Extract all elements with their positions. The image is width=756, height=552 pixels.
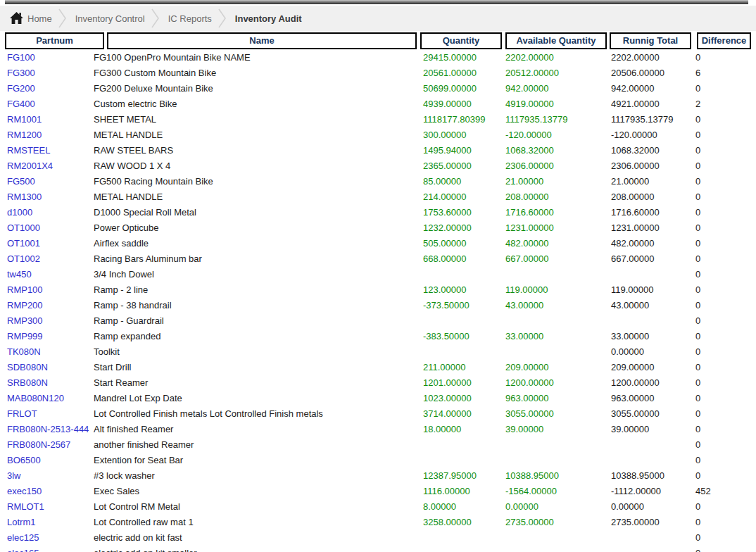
- chevron-separator-icon: [151, 8, 160, 29]
- table-row: elec165electric add on kit smaller0: [7, 546, 756, 552]
- name-cell: Ramp - 2 line: [94, 282, 423, 298]
- partnum-link[interactable]: RM1300: [7, 189, 94, 205]
- window-top-bar: [5, 0, 748, 4]
- partnum-link[interactable]: Lotrm1: [7, 515, 94, 530]
- partnum-link[interactable]: TK080N: [7, 344, 94, 360]
- table-row: Lotrm1Lot Controlled raw mat 13258.00000…: [7, 515, 756, 530]
- name-cell: Power Opticube: [94, 220, 423, 236]
- available-quantity-cell: 21.00000: [505, 174, 611, 189]
- difference-cell: 0: [695, 329, 749, 344]
- table-row: TK080NToolkit0.000000: [7, 344, 756, 360]
- difference-cell: 0: [695, 50, 749, 65]
- name-cell: SHEET METAL: [94, 112, 423, 127]
- quantity-cell: 50699.00000: [423, 81, 505, 96]
- name-cell: Ramp - 38 handrail: [94, 298, 423, 313]
- available-quantity-cell: 1716.60000: [505, 205, 611, 220]
- quantity-cell: 211.00000: [423, 360, 505, 375]
- partnum-link[interactable]: FRB080N-2567: [7, 437, 94, 453]
- partnum-link[interactable]: RMP100: [7, 282, 94, 298]
- running-total-cell: 0.00000: [611, 499, 695, 515]
- breadcrumb-item-ic-reports[interactable]: IC Reports: [168, 13, 212, 24]
- partnum-link[interactable]: FG500: [7, 174, 94, 189]
- table-row: OT1001Airflex saddle505.00000482.0000048…: [7, 236, 756, 251]
- partnum-link[interactable]: RM2001X4: [7, 158, 94, 174]
- partnum-link[interactable]: FRB080N-2513-444: [7, 422, 94, 437]
- available-quantity-cell: 2202.00000: [505, 50, 611, 65]
- quantity-cell: 300.00000: [423, 127, 505, 143]
- partnum-link[interactable]: FG100: [7, 50, 94, 65]
- difference-cell: 0: [695, 313, 749, 329]
- partnum-link[interactable]: exec150: [7, 484, 94, 499]
- partnum-link[interactable]: RMLOT1: [7, 499, 94, 515]
- name-cell: RAW STEEL BARS: [94, 143, 423, 158]
- partnum-link[interactable]: RM1001: [7, 112, 94, 127]
- name-cell: METAL HANDLE: [94, 127, 423, 143]
- column-header-quantity[interactable]: Quantity: [420, 32, 502, 49]
- table-header-row: Partnum Name Quantity Available Quantity…: [0, 32, 756, 49]
- available-quantity-cell: 33.00000: [505, 329, 611, 344]
- quantity-cell: 3714.00000: [423, 406, 505, 422]
- difference-cell: 0: [695, 422, 749, 437]
- partnum-link[interactable]: OT1000: [7, 220, 94, 236]
- quantity-cell: 4939.00000: [423, 96, 505, 112]
- table-row: 3lw#3 lock washer12387.9500010388.950001…: [7, 468, 756, 484]
- partnum-link[interactable]: FG300: [7, 65, 94, 81]
- name-cell: Ramp - Guardrail: [94, 313, 423, 329]
- column-header-name[interactable]: Name: [107, 32, 417, 49]
- partnum-link[interactable]: RM1200: [7, 127, 94, 143]
- difference-cell: 0: [695, 220, 749, 236]
- available-quantity-cell: 20512.00000: [505, 65, 611, 81]
- running-total-cell: 39.00000: [611, 422, 695, 437]
- table-row: elec125electric add on kit fast0: [7, 530, 756, 546]
- partnum-link[interactable]: OT1001: [7, 236, 94, 251]
- partnum-link[interactable]: MAB080N120: [7, 391, 94, 406]
- partnum-link[interactable]: FG200: [7, 81, 94, 96]
- table-row: d1000D1000 Special Roll Metal1753.600001…: [7, 205, 756, 220]
- partnum-link[interactable]: OT1002: [7, 251, 94, 267]
- difference-cell: 0: [695, 205, 749, 220]
- table-row: BO6500Extention for Seat Bar0: [7, 453, 756, 468]
- name-cell: FG100 OpenPro Mountain Bike NAME: [94, 50, 423, 65]
- partnum-link[interactable]: SRB080N: [7, 375, 94, 391]
- partnum-link[interactable]: d1000: [7, 205, 94, 220]
- table-row: FG500FG500 Racing Mountain Bike85.000002…: [7, 174, 756, 189]
- table-row: FG200FG200 Deluxe Mountain Bike50699.000…: [7, 81, 756, 96]
- breadcrumb-item-inventory-control[interactable]: Inventory Control: [75, 13, 145, 24]
- partnum-link[interactable]: RMP999: [7, 329, 94, 344]
- partnum-link[interactable]: tw450: [7, 267, 94, 282]
- running-total-cell: -120.00000: [611, 127, 695, 143]
- name-cell: FG500 Racing Mountain Bike: [94, 174, 423, 189]
- running-total-cell: 1117935.13779: [611, 112, 695, 127]
- partnum-link[interactable]: 3lw: [7, 468, 94, 484]
- home-icon[interactable]: [10, 12, 23, 25]
- partnum-link[interactable]: RMSTEEL: [7, 143, 94, 158]
- partnum-link[interactable]: FG400: [7, 96, 94, 112]
- available-quantity-cell: -1564.00000: [505, 484, 611, 499]
- difference-cell: 0: [695, 499, 749, 515]
- difference-cell: 0: [695, 112, 749, 127]
- available-quantity-cell: 1200.00000: [505, 375, 611, 391]
- column-header-difference[interactable]: Difference: [697, 32, 751, 49]
- column-header-partnum[interactable]: Partnum: [5, 32, 104, 49]
- partnum-link[interactable]: elec165: [7, 546, 94, 552]
- running-total-cell: 21.00000: [611, 174, 695, 189]
- partnum-link[interactable]: RMP300: [7, 313, 94, 329]
- difference-cell: 0: [695, 530, 749, 546]
- column-header-running-total[interactable]: Runnig Total: [610, 32, 691, 49]
- quantity-cell: 8.00000: [423, 499, 505, 515]
- difference-cell: 2: [695, 96, 749, 112]
- quantity-cell: -373.50000: [423, 298, 505, 313]
- quantity-cell: 1753.60000: [423, 205, 505, 220]
- name-cell: Lot Controlled Finish metals Lot Control…: [94, 406, 423, 422]
- partnum-link[interactable]: FRLOT: [7, 406, 94, 422]
- breadcrumb-item-home[interactable]: Home: [27, 13, 52, 24]
- partnum-link[interactable]: BO6500: [7, 453, 94, 468]
- partnum-link[interactable]: RMP200: [7, 298, 94, 313]
- available-quantity-cell: 208.00000: [505, 189, 611, 205]
- difference-cell: 0: [695, 360, 749, 375]
- column-header-available-quantity[interactable]: Available Quantity: [505, 32, 607, 49]
- table-row: OT1002Racing Bars Aluminum bar668.000006…: [7, 251, 756, 267]
- table-row: FG400Custom electric Bike4939.000004919.…: [7, 96, 756, 112]
- partnum-link[interactable]: elec125: [7, 530, 94, 546]
- partnum-link[interactable]: SDB080N: [7, 360, 94, 375]
